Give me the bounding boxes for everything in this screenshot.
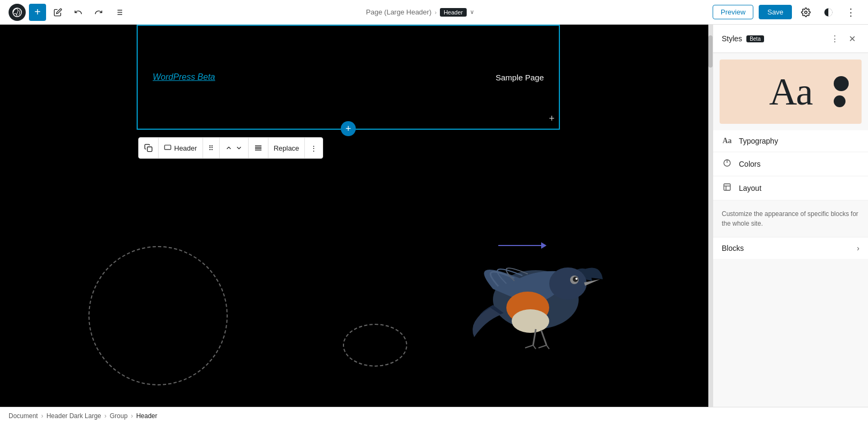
breadcrumb-sep-3: › bbox=[131, 412, 133, 420]
header-block[interactable]: WordPress Beta Sample Page + + bbox=[137, 25, 560, 130]
arrow-line bbox=[498, 245, 541, 246]
sidebar-title-row: Styles Beta bbox=[722, 34, 764, 43]
toolbar-right: Preview Save ⋮ bbox=[713, 4, 859, 21]
redo-button[interactable] bbox=[90, 4, 107, 21]
plus-corner-icon: + bbox=[549, 113, 555, 124]
beta-badge: Beta bbox=[746, 35, 764, 42]
svg-line-26 bbox=[547, 345, 549, 349]
header-type-button[interactable]: Header bbox=[159, 137, 203, 159]
typography-icon: Aa bbox=[722, 137, 732, 145]
bird-image bbox=[423, 192, 648, 375]
svg-line-23 bbox=[525, 345, 533, 348]
settings-button[interactable] bbox=[797, 4, 814, 21]
bottom-bar: Document › Header Dark Large › Group › H… bbox=[0, 407, 868, 424]
save-button[interactable]: Save bbox=[759, 5, 792, 19]
list-view-button[interactable] bbox=[110, 4, 128, 21]
arrow-head bbox=[541, 242, 547, 249]
block-more-button[interactable]: ⋮ bbox=[305, 137, 323, 159]
sidebar-title: Styles bbox=[722, 34, 742, 43]
toolbar-left: + bbox=[9, 4, 128, 21]
blocks-label: Blocks bbox=[722, 244, 744, 252]
block-toolbar: Header ⠿ Replace ⋮ bbox=[138, 137, 323, 159]
dashed-circle-large bbox=[88, 246, 228, 385]
site-title: WordPress Beta bbox=[153, 72, 215, 82]
sample-page-nav: Sample Page bbox=[496, 73, 544, 82]
colors-label: Colors bbox=[739, 160, 859, 168]
layout-icon bbox=[722, 183, 732, 194]
align-button[interactable] bbox=[249, 137, 268, 159]
page-label: Page (Large Header) bbox=[366, 8, 431, 16]
layout-label: Layout bbox=[739, 184, 859, 192]
dashed-circle-small bbox=[343, 324, 407, 367]
breadcrumb-center: Page (Large Header) › Header ∨ bbox=[366, 8, 474, 17]
breadcrumb-group: Group bbox=[110, 412, 128, 420]
breadcrumb-sep-2: › bbox=[104, 412, 107, 420]
svg-point-16 bbox=[512, 309, 549, 333]
blocks-chevron-icon: › bbox=[857, 244, 859, 252]
svg-rect-28 bbox=[724, 184, 730, 190]
scrollbar[interactable] bbox=[708, 25, 713, 407]
add-block-button[interactable]: + bbox=[29, 4, 46, 21]
breadcrumb-sep-1: › bbox=[41, 412, 43, 420]
svg-rect-8 bbox=[147, 147, 152, 152]
edit-mode-button[interactable] bbox=[49, 4, 66, 21]
block-type-label: Header bbox=[174, 144, 197, 152]
breadcrumb-header-dark-large: Header Dark Large bbox=[47, 412, 101, 420]
svg-line-22 bbox=[541, 330, 547, 345]
move-arrows-button[interactable] bbox=[220, 137, 249, 159]
duplicate-block-button[interactable] bbox=[139, 137, 159, 159]
right-sidebar: Styles Beta ⋮ ✕ Aa Aa Typography bbox=[713, 25, 868, 407]
preview-button[interactable]: Preview bbox=[713, 5, 753, 19]
sidebar-header-icons: ⋮ ✕ bbox=[827, 31, 859, 46]
wp-logo bbox=[9, 4, 26, 21]
scrollbar-thumb[interactable] bbox=[708, 35, 713, 68]
header-badge: Header bbox=[440, 8, 467, 17]
svg-point-7 bbox=[805, 11, 807, 13]
typography-label: Typography bbox=[739, 137, 859, 145]
replace-button[interactable]: Replace bbox=[268, 137, 305, 159]
undo-button[interactable] bbox=[70, 4, 87, 21]
layout-item[interactable]: Layout bbox=[713, 176, 868, 200]
blocks-item[interactable]: Blocks › bbox=[713, 237, 868, 259]
main-area: WordPress Beta Sample Page + + Header ⠿ bbox=[0, 25, 868, 407]
breadcrumb-chevron: ∨ bbox=[470, 9, 474, 16]
dot-small bbox=[834, 95, 845, 107]
top-toolbar: + Page (Large Header) › Header ∨ Preview… bbox=[0, 0, 868, 25]
sidebar-header: Styles Beta ⋮ ✕ bbox=[713, 25, 868, 53]
colors-icon bbox=[722, 159, 732, 169]
svg-line-24 bbox=[533, 345, 536, 349]
drag-handle-button[interactable]: ⠿ bbox=[203, 137, 220, 159]
style-preview-text: Aa bbox=[769, 70, 812, 114]
breadcrumb-document: Document bbox=[9, 412, 38, 420]
sidebar-more-button[interactable]: ⋮ bbox=[827, 31, 842, 46]
blocks-arrow-pointer bbox=[498, 242, 547, 249]
svg-point-20 bbox=[575, 278, 578, 280]
colors-item[interactable]: Colors bbox=[713, 152, 868, 176]
sidebar-close-button[interactable]: ✕ bbox=[844, 31, 859, 46]
style-preview-card[interactable]: Aa bbox=[720, 59, 862, 124]
add-below-button[interactable]: + bbox=[341, 121, 356, 136]
blocks-description: Customize the appearance of specific blo… bbox=[713, 200, 868, 237]
dot-large bbox=[834, 76, 849, 91]
breadcrumb-header-active: Header bbox=[136, 412, 157, 420]
typography-item[interactable]: Aa Typography bbox=[713, 130, 868, 152]
more-options-button[interactable]: ⋮ bbox=[842, 4, 859, 21]
canvas-area[interactable]: WordPress Beta Sample Page + + Header ⠿ bbox=[0, 25, 713, 407]
svg-rect-9 bbox=[164, 145, 171, 150]
svg-line-25 bbox=[538, 345, 547, 348]
styles-toggle-button[interactable] bbox=[820, 4, 837, 21]
style-preview-dots bbox=[834, 76, 849, 107]
svg-point-17 bbox=[549, 267, 587, 300]
